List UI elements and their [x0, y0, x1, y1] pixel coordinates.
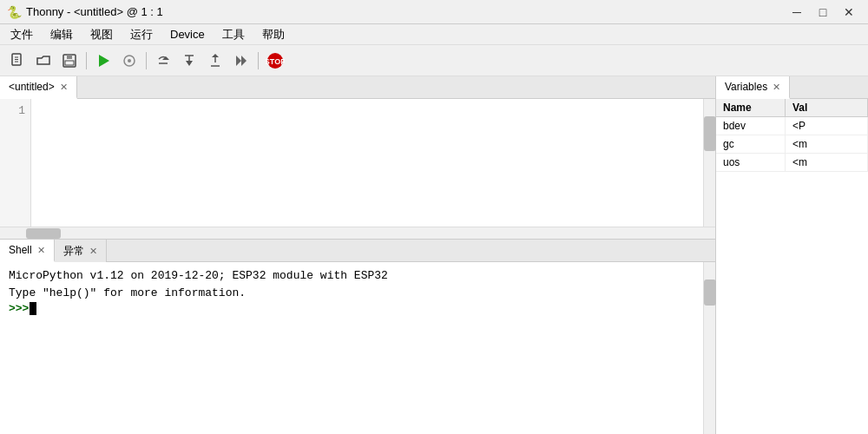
main-area: <untitled> ✕ 1 Shell [0, 76, 868, 434]
menu-edit[interactable]: 编辑 [43, 25, 80, 44]
toolbar-separator-1 [86, 52, 87, 69]
stop-icon: STOP [266, 51, 285, 70]
menu-help[interactable]: 帮助 [255, 25, 292, 44]
svg-rect-6 [65, 61, 74, 65]
prompt-text: >>> [9, 302, 29, 315]
svg-marker-18 [236, 56, 241, 66]
step-over-icon [155, 52, 172, 69]
left-panel: <untitled> ✕ 1 Shell [0, 76, 716, 434]
svg-point-9 [128, 59, 131, 62]
menu-bar: 文件 编辑 视图 运行 Device 工具 帮助 [0, 24, 868, 45]
svg-text:STOP: STOP [266, 57, 285, 66]
new-file-button[interactable] [5, 49, 30, 73]
editor-body: 1 [0, 99, 715, 227]
svg-marker-16 [212, 54, 219, 57]
variables-tab-close[interactable]: ✕ [773, 82, 780, 93]
svg-marker-13 [186, 61, 193, 66]
editor-scrollbar-horizontal[interactable] [0, 227, 715, 239]
shell-tab-shell[interactable]: Shell ✕ [0, 240, 55, 262]
var-row-1: gc <m [716, 135, 868, 154]
toolbar-separator-2 [146, 52, 147, 69]
resume-button[interactable] [229, 49, 253, 73]
run-button[interactable] [91, 49, 115, 73]
editor-content[interactable] [31, 99, 703, 227]
maximize-button[interactable]: □ [811, 3, 835, 22]
var-name-1: gc [716, 135, 786, 153]
editor-section: <untitled> ✕ 1 [0, 76, 715, 240]
resume-icon [233, 52, 250, 69]
app-icon: 🐍 [7, 5, 21, 19]
var-name-2: uos [716, 154, 786, 171]
step-into-button[interactable] [177, 49, 201, 73]
shell-tab-label: Shell [9, 244, 32, 256]
shell-prompt: >>> [9, 302, 694, 315]
step-out-icon [207, 52, 224, 69]
new-file-icon [9, 52, 26, 69]
variables-body: bdev <P gc <m uos <m [716, 117, 868, 434]
save-file-button[interactable] [57, 49, 82, 73]
var-name-0: bdev [716, 117, 786, 135]
close-button[interactable]: ✕ [837, 3, 861, 22]
svg-marker-7 [99, 55, 109, 67]
exception-tab-close[interactable]: ✕ [89, 246, 97, 257]
line-number-1: 1 [0, 102, 30, 120]
shell-content[interactable]: MicroPython v1.12 on 2019-12-20; ESP32 m… [0, 262, 703, 434]
svg-rect-5 [67, 55, 72, 59]
title-left: 🐍 Thonny - <untitled> @ 1 : 1 [7, 5, 163, 19]
variables-header: Name Val [716, 99, 868, 117]
editor-scrollbar-vertical[interactable] [703, 99, 715, 227]
open-file-button[interactable] [31, 49, 56, 73]
variables-tabs: Variables ✕ [716, 76, 868, 99]
shell-tab-exception[interactable]: 异常 ✕ [55, 240, 107, 262]
shell-scrollbar-vertical[interactable] [703, 262, 715, 434]
shell-line-1: MicroPython v1.12 on 2019-12-20; ESP32 m… [9, 267, 694, 285]
shell-line-2: Type "help()" for more information. [9, 285, 694, 302]
menu-view[interactable]: 视图 [83, 25, 120, 44]
toolbar: STOP [0, 45, 868, 76]
stop-button[interactable]: STOP [263, 49, 287, 73]
step-over-button[interactable] [151, 49, 175, 73]
debug-button[interactable] [117, 49, 141, 73]
var-val-0: <P [786, 117, 868, 135]
save-file-icon [61, 52, 78, 69]
title-text: Thonny - <untitled> @ 1 : 1 [26, 5, 163, 18]
shell-tab-close[interactable]: ✕ [37, 245, 45, 256]
title-bar: 🐍 Thonny - <untitled> @ 1 : 1 ─ □ ✕ [0, 0, 868, 24]
line-numbers: 1 [0, 99, 31, 227]
var-val-1: <m [786, 135, 868, 153]
debug-icon [121, 52, 138, 69]
toolbar-separator-3 [258, 52, 259, 69]
var-row-0: bdev <P [716, 117, 868, 135]
run-icon [95, 52, 112, 69]
cursor [30, 302, 36, 315]
var-col-header-name: Name [716, 99, 786, 116]
var-val-2: <m [786, 154, 868, 171]
editor-tabs: <untitled> ✕ [0, 76, 715, 99]
title-controls: ─ □ ✕ [785, 3, 861, 22]
minimize-button[interactable]: ─ [785, 3, 809, 22]
menu-tools[interactable]: 工具 [215, 25, 252, 44]
variables-tab-label: Variables [725, 81, 767, 93]
menu-run[interactable]: 运行 [123, 25, 160, 44]
shell-tab2-label: 异常 [63, 244, 84, 259]
step-into-icon [181, 52, 198, 69]
variables-tab[interactable]: Variables ✕ [716, 76, 790, 99]
svg-marker-19 [241, 56, 247, 66]
var-row-2: uos <m [716, 154, 868, 172]
menu-file[interactable]: 文件 [3, 25, 40, 44]
var-col-header-value: Val [786, 99, 868, 116]
menu-device[interactable]: Device [163, 26, 212, 43]
shell-tabs: Shell ✕ 异常 ✕ [0, 240, 715, 262]
editor-tab-label: <untitled> [9, 81, 55, 93]
editor-tab-close[interactable]: ✕ [60, 82, 68, 93]
shell-section: Shell ✕ 异常 ✕ MicroPython v1.12 on 2019-1… [0, 240, 715, 434]
open-file-icon [35, 52, 52, 69]
editor-tab-untitled[interactable]: <untitled> ✕ [0, 76, 77, 99]
step-out-button[interactable] [203, 49, 227, 73]
right-panel: Variables ✕ Name Val bdev <P gc <m uos <… [716, 76, 868, 434]
shell-body: MicroPython v1.12 on 2019-12-20; ESP32 m… [0, 262, 715, 434]
